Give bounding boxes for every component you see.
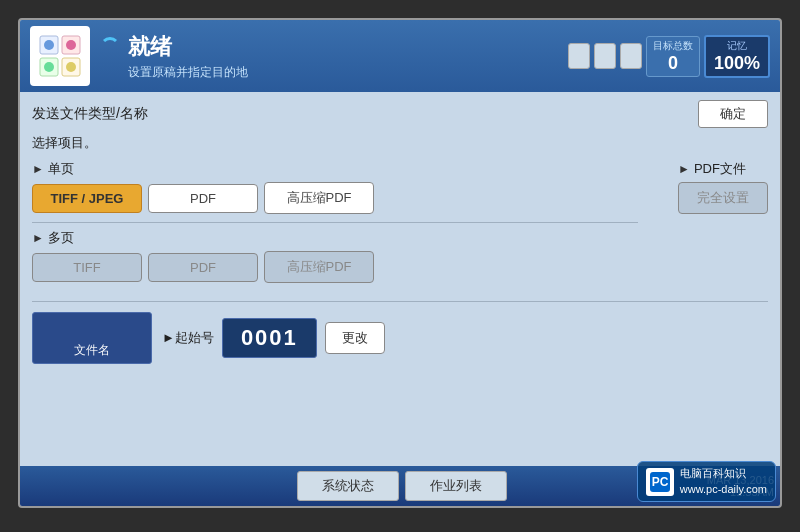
- svg-point-6: [44, 62, 54, 72]
- file-type-label: 发送文件类型/名称: [32, 105, 148, 123]
- target-total-value: 0: [668, 53, 678, 74]
- watermark-text: 电脑百科知识 www.pc-daily.com: [680, 466, 767, 497]
- choose-label: 选择项目。: [32, 134, 768, 152]
- pdf-file-label: PDF文件: [694, 160, 746, 178]
- bezel: 就绪 设置原稿并指定目的地 目标总数 0 记忆 100%: [0, 0, 800, 532]
- memory-box: 记忆 100%: [704, 35, 770, 78]
- left-options: ► 单页 TIFF / JPEG PDF 高压缩PDF ►: [32, 160, 638, 295]
- file-type-row: 发送文件类型/名称 确定: [32, 100, 768, 128]
- top-right-buttons: [568, 43, 642, 69]
- top-btn-1[interactable]: [568, 43, 590, 69]
- status-spinner-icon: [100, 37, 120, 57]
- status-text-main: 就绪: [128, 32, 172, 62]
- single-arrow-icon: ►: [32, 162, 44, 176]
- multi-page-btn-row: TIFF PDF 高压缩PDF: [32, 251, 638, 283]
- complete-settings-button[interactable]: 完全设置: [678, 182, 768, 214]
- single-page-label: 单页: [48, 160, 74, 178]
- watermark-site: www.pc-daily.com: [680, 482, 767, 497]
- single-page-section: ► 单页 TIFF / JPEG PDF 高压缩PDF: [32, 160, 638, 214]
- start-num-row: ►起始号 0001 更改: [162, 318, 385, 358]
- filename-label: 文件名: [74, 342, 110, 359]
- top-btn-2[interactable]: [594, 43, 616, 69]
- start-num-display: 0001: [222, 318, 317, 358]
- target-counter: 目标总数 0: [646, 36, 700, 77]
- multi-page-label: 多页: [48, 229, 74, 247]
- divider-2: [32, 301, 768, 302]
- pdf-button-1[interactable]: PDF: [148, 184, 258, 213]
- single-multi-group: ► 单页 TIFF / JPEG PDF 高压缩PDF ►: [32, 160, 768, 295]
- divider-1: [32, 222, 638, 223]
- filename-box: 文件名: [32, 312, 152, 364]
- top-btn-3[interactable]: [620, 43, 642, 69]
- svg-point-5: [66, 40, 76, 50]
- pdf-file-label-row: ► PDF文件: [678, 160, 768, 178]
- start-num-label: ►起始号: [162, 329, 214, 347]
- status-text-sub: 设置原稿并指定目的地: [128, 64, 568, 81]
- memory-value: 100%: [714, 53, 760, 74]
- watermark-icon: PC: [646, 468, 674, 496]
- target-total-label: 目标总数: [653, 39, 693, 53]
- tiff-jpeg-button[interactable]: TIFF / JPEG: [32, 184, 142, 213]
- pdf-file-section: ► PDF文件 完全设置: [678, 160, 768, 214]
- screen: 就绪 设置原稿并指定目的地 目标总数 0 记忆 100%: [18, 18, 782, 508]
- svg-point-4: [44, 40, 54, 50]
- pdf-file-arrow-icon: ►: [678, 162, 690, 176]
- job-list-button[interactable]: 作业列表: [405, 471, 507, 501]
- memory-label: 记忆: [727, 39, 747, 53]
- pdf-button-2[interactable]: PDF: [148, 253, 258, 282]
- top-bar: 就绪 设置原稿并指定目的地 目标总数 0 记忆 100%: [20, 20, 780, 92]
- confirm-button[interactable]: 确定: [698, 100, 768, 128]
- status-section: 就绪 设置原稿并指定目的地: [100, 32, 568, 81]
- svg-text:PC: PC: [651, 475, 668, 489]
- tiff-multi-button[interactable]: TIFF: [32, 253, 142, 282]
- single-page-btn-row: TIFF / JPEG PDF 高压缩PDF: [32, 182, 638, 214]
- high-compress-pdf-button-2[interactable]: 高压缩PDF: [264, 251, 374, 283]
- bottom-section: 文件名 ►起始号 0001 更改: [32, 312, 768, 364]
- single-page-label-row: ► 单页: [32, 160, 638, 178]
- change-button[interactable]: 更改: [325, 322, 385, 354]
- high-compress-pdf-button-1[interactable]: 高压缩PDF: [264, 182, 374, 214]
- main-content: 发送文件类型/名称 确定 选择项目。 ► 单页 TIFF / JPEG: [20, 92, 780, 372]
- multi-page-label-row: ► 多页: [32, 229, 638, 247]
- system-status-button[interactable]: 系统状态: [297, 471, 399, 501]
- multi-page-section: ► 多页 TIFF PDF 高压缩PDF: [32, 229, 638, 283]
- watermark-site-label: 电脑百科知识: [680, 466, 767, 481]
- multi-arrow-icon: ►: [32, 231, 44, 245]
- watermark: PC 电脑百科知识 www.pc-daily.com: [637, 461, 776, 502]
- logo-area: [30, 26, 90, 86]
- svg-point-7: [66, 62, 76, 72]
